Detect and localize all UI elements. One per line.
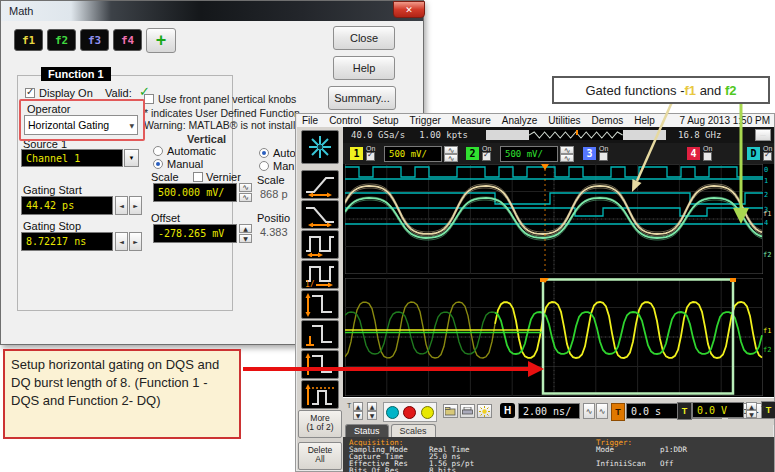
gating-stop-field[interactable]: 8.72217 ns (21, 232, 113, 251)
rise-time-button[interactable] (301, 170, 339, 199)
horizontal-position-value: 4.383 (260, 226, 288, 238)
tab-scales[interactable]: Scales (391, 424, 436, 437)
add-function-button[interactable]: + (146, 28, 176, 53)
channel2-on-checkbox[interactable] (482, 152, 491, 161)
scale-coarse-spinner[interactable] (239, 183, 252, 192)
channel2-scale-down[interactable] (560, 154, 574, 162)
channel4-on: On (703, 145, 712, 161)
menu-control[interactable]: Control (329, 115, 361, 126)
summary-button[interactable]: Summary... (328, 86, 396, 110)
horizontal-auto-radio[interactable] (259, 148, 269, 158)
digital-button[interactable]: D (747, 147, 760, 160)
trigger-t-chip[interactable]: T (677, 402, 692, 420)
math-dialog-title: Math (1, 5, 33, 17)
channel1-scale-field[interactable]: 500 mV/ (384, 146, 442, 162)
marker2-up[interactable] (367, 402, 377, 411)
gating-stop-increment[interactable] (129, 232, 142, 251)
channel1-on: On (366, 145, 375, 161)
gated-callout-f2: f2 (725, 83, 737, 98)
minimize-button[interactable]: – (755, 129, 771, 141)
brightness-button[interactable] (477, 404, 492, 418)
yellow-marker-button[interactable] (421, 406, 434, 419)
menu-setup[interactable]: Setup (372, 115, 398, 126)
fall-time-button[interactable] (301, 200, 339, 229)
menu-measure[interactable]: Measure (452, 115, 491, 126)
menu-demos[interactable]: Demos (592, 115, 624, 126)
channel1-button[interactable]: 1 (350, 147, 363, 160)
marker2-down[interactable] (367, 411, 377, 420)
marker-up[interactable] (353, 402, 363, 411)
close-button[interactable]: Close (333, 26, 395, 50)
tab-status[interactable]: Status (345, 424, 389, 437)
print-button[interactable] (460, 404, 475, 418)
gating-stop-value: 8.72217 ns (26, 236, 86, 247)
display-on-checkbox[interactable] (25, 88, 35, 98)
close-window-icon[interactable] (393, 1, 425, 18)
screenshot-button[interactable] (443, 404, 458, 418)
menu-help[interactable]: Help (634, 115, 655, 126)
front-panel-knobs-checkbox[interactable] (144, 94, 154, 104)
channel4-button[interactable]: 4 (687, 147, 700, 160)
clear-display-button[interactable] (301, 130, 339, 164)
scale-fine-spinner[interactable] (239, 193, 252, 202)
overshoot-button[interactable] (301, 380, 339, 409)
channel3-button[interactable]: 3 (583, 147, 596, 160)
period-button[interactable]: 1/ (301, 260, 339, 289)
trigger-level-up[interactable] (746, 402, 757, 410)
offset-field[interactable]: -278.265 mV (153, 224, 237, 243)
vertical-automatic-row: Automatic (153, 145, 216, 157)
acquisition-block: Acquisition: Sampling ModeReal Time Capt… (349, 439, 474, 472)
menu-utilities[interactable]: Utilities (548, 115, 580, 126)
horizontal-man-label: Man (273, 160, 294, 172)
vernier-checkbox[interactable] (193, 172, 203, 182)
red-marker-button[interactable] (403, 406, 416, 419)
timebase-fine2[interactable] (596, 403, 608, 419)
vertical-automatic-radio[interactable] (153, 146, 163, 156)
trigger-level-down[interactable] (746, 410, 757, 418)
gating-start-field[interactable]: 44.42 ps (21, 196, 113, 215)
channel1-scale-down[interactable] (444, 154, 458, 162)
waveform-display[interactable]: 0 1 2 3 4 f1 f2 f1 f2 (343, 164, 774, 397)
trigger-ref-button[interactable]: T (611, 403, 625, 421)
tab-f3[interactable]: f3 (80, 29, 109, 51)
channel2-button[interactable]: 2 (466, 147, 479, 160)
tab-f4[interactable]: f4 (113, 29, 142, 51)
menu-trigger[interactable]: Trigger (410, 115, 441, 126)
timebase-fine1[interactable] (583, 403, 595, 419)
menu-file[interactable]: File (302, 115, 318, 126)
gating-stop-decrement[interactable] (115, 232, 128, 251)
marker-down[interactable] (353, 411, 363, 420)
gating-start-decrement[interactable] (115, 196, 128, 215)
menu-analyze[interactable]: Analyze (502, 115, 538, 126)
source1-dropdown[interactable]: Channel 1 (21, 149, 123, 167)
digital-on-checkbox[interactable] (763, 152, 772, 161)
channel2-scale-field[interactable]: 500 mV/ (500, 146, 558, 162)
gating-start-increment[interactable] (129, 196, 142, 215)
pulse-width-button[interactable] (301, 230, 339, 259)
help-button[interactable]: Help (333, 56, 395, 80)
tab-f2[interactable]: f2 (47, 29, 76, 51)
channel4-on-checkbox[interactable] (703, 152, 712, 161)
channel3-on-checkbox[interactable] (599, 152, 608, 161)
vertical-scale-field[interactable]: 500.000 mV/ (153, 183, 237, 202)
more-button[interactable]: More (1 of 2) (298, 410, 342, 438)
delete-all-button[interactable]: Delete All (298, 442, 342, 470)
tab-f1[interactable]: f1 (14, 29, 43, 51)
amplitude-icon (304, 292, 336, 318)
offset-down-spinner[interactable] (239, 234, 252, 243)
timebase-value: 2.00 ns/ (523, 406, 571, 417)
v-top-button[interactable] (301, 350, 339, 379)
vertical-manual-radio[interactable] (153, 159, 163, 169)
math-dialog-titlebar[interactable]: Math (1, 1, 423, 21)
horizontal-menu-button[interactable]: H (500, 403, 515, 418)
v-base-button[interactable] (301, 320, 339, 349)
timebase-field[interactable]: 2.00 ns/ (518, 403, 580, 419)
offset-up-spinner[interactable] (239, 224, 252, 233)
horizontal-scrollbar[interactable] (486, 130, 666, 140)
channel1-on-checkbox[interactable] (366, 152, 375, 161)
horizontal-man-radio[interactable] (259, 161, 269, 171)
source1-dropdown-arrow[interactable]: ▼ (124, 149, 139, 167)
cyan-marker-button[interactable] (386, 406, 399, 419)
amplitude-button[interactable] (301, 290, 339, 319)
trigger-level-field[interactable]: 0.0 V (692, 402, 744, 418)
